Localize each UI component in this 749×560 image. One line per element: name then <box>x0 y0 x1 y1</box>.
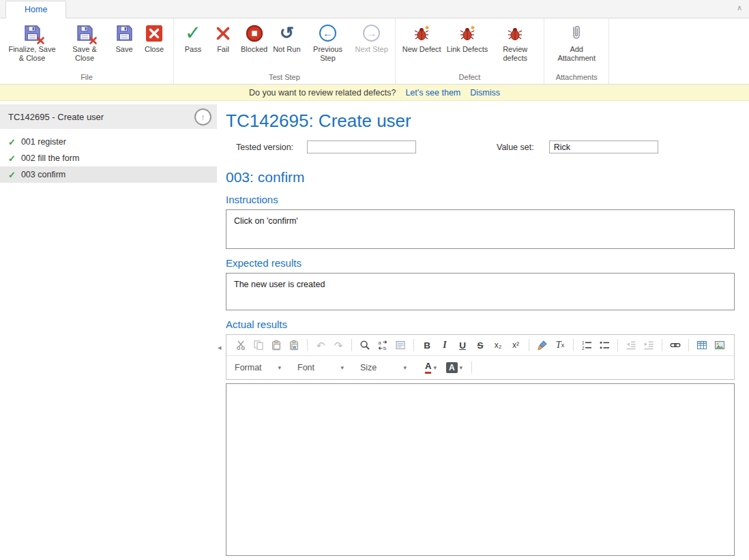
copy-icon[interactable] <box>250 338 267 353</box>
add-attachment-button[interactable]: Add Attachment <box>548 20 604 65</box>
save-close-button[interactable]: Save & Close <box>60 20 109 65</box>
increase-indent-icon[interactable] <box>641 338 657 353</box>
ribbon-group-defect-buttons: New Defect Link Defects Review defects <box>396 18 544 71</box>
blocked-button[interactable]: Blocked <box>238 20 270 56</box>
strikethrough-icon[interactable]: S <box>472 338 488 353</box>
format-dropdown[interactable]: Format ▾ <box>232 362 284 374</box>
expected-results-text: The new user is created <box>234 280 325 289</box>
bold-icon[interactable]: B <box>419 338 435 353</box>
remove-format-icon[interactable]: Tx <box>552 338 568 353</box>
redo-icon[interactable]: ↷ <box>330 338 347 353</box>
link-defects-button[interactable]: Link Defects <box>444 20 491 56</box>
link-icon[interactable] <box>667 338 684 353</box>
test-case-name: TC142695 - Create user <box>8 112 104 122</box>
decrease-indent-icon[interactable] <box>623 338 639 353</box>
pass-check-icon: ✓ <box>185 23 201 44</box>
ribbon: Finalize, Save & Close Save & Close Save <box>0 18 749 85</box>
not-run-icon: ↺ <box>280 23 294 44</box>
text-color-button[interactable]: A ▾ <box>425 362 437 373</box>
button-label: Review defects <box>493 45 537 63</box>
instructions-heading: Instructions <box>226 194 735 205</box>
notification-message: Do you want to review related defects? <box>249 88 396 98</box>
next-step-icon: → <box>363 23 380 44</box>
actual-results-editor: ◂ W ↶ ↷ ab B <box>226 334 735 556</box>
svg-text:W: W <box>293 345 297 349</box>
cut-icon[interactable] <box>233 338 249 353</box>
review-defects-button[interactable]: Review defects <box>490 20 540 65</box>
toolbar-separator <box>471 362 472 374</box>
text-color-icon: A <box>425 362 431 373</box>
button-label: Add Attachment <box>551 45 602 63</box>
previous-step-button[interactable]: ← Previous Step <box>304 20 353 65</box>
replace-icon[interactable]: ab <box>374 338 391 353</box>
copy-formatting-icon[interactable] <box>534 338 550 353</box>
tested-version-input[interactable] <box>307 141 416 153</box>
ribbon-tab-bar: Home ∧ <box>0 0 749 18</box>
bulleted-list-icon[interactable] <box>596 338 613 353</box>
finalize-save-close-button[interactable]: Finalize, Save & Close <box>4 20 60 65</box>
actual-results-input[interactable] <box>226 383 735 556</box>
value-set-input[interactable] <box>549 141 658 153</box>
save-button[interactable]: Save <box>109 20 139 56</box>
ribbon-group-file: Finalize, Save & Close Save & Close Save <box>0 18 174 84</box>
review-related-defects-link[interactable]: Let's see them <box>405 88 460 98</box>
paste-icon[interactable] <box>268 338 284 353</box>
button-label: Pass <box>185 45 201 54</box>
close-button[interactable]: Close <box>139 20 169 56</box>
step-item-003-confirm[interactable]: ✓ 003 confirm <box>0 166 217 183</box>
collapse-ribbon-icon[interactable]: ∧ <box>737 3 742 12</box>
actual-results-heading: Actual results <box>226 319 735 330</box>
font-dropdown[interactable]: Font ▾ <box>295 362 347 374</box>
notification-bar: Do you want to review related defects? L… <box>0 85 749 101</box>
numbered-list-icon[interactable]: 12 <box>578 338 595 353</box>
fail-button[interactable]: Fail <box>208 20 238 56</box>
select-all-icon[interactable] <box>392 338 409 353</box>
table-icon[interactable] <box>694 338 710 353</box>
background-color-button[interactable]: A ▾ <box>446 362 462 373</box>
step-item-001-register[interactable]: ✓ 001 register <box>0 134 217 150</box>
button-label: Finalize, Save & Close <box>7 45 57 63</box>
size-dropdown[interactable]: Size ▾ <box>357 362 409 374</box>
toolbar-separator <box>573 339 574 351</box>
underline-icon[interactable]: U <box>454 338 471 353</box>
toolbar-separator <box>351 339 352 351</box>
button-label: Close <box>145 45 164 54</box>
italic-icon[interactable]: I <box>437 338 453 353</box>
image-icon[interactable] <box>711 338 728 353</box>
pass-button[interactable]: ✓ Pass <box>178 20 208 56</box>
not-run-button[interactable]: ↺ Not Run <box>270 20 303 56</box>
toolbar-separator <box>662 339 662 351</box>
toolbar-separator <box>617 339 618 351</box>
undo-icon[interactable]: ↶ <box>312 338 329 353</box>
svg-text:a: a <box>379 340 382 346</box>
check-icon: ✓ <box>8 170 16 180</box>
close-icon <box>145 23 163 44</box>
dismiss-link[interactable]: Dismiss <box>470 88 500 98</box>
editor-toolbar-row-1: W ↶ ↷ ab B I U S x₂ x² <box>226 335 734 356</box>
test-runner-main: TC142695: Create user Tested version: Va… <box>217 101 749 559</box>
step-item-002-fill-the-form[interactable]: ✓ 002 fill the form <box>0 150 217 166</box>
link-defects-bug-icon <box>459 23 475 44</box>
collapse-panel-button[interactable]: ↑ <box>194 108 211 126</box>
svg-text:2: 2 <box>582 346 585 351</box>
chevron-down-icon: ▾ <box>340 364 344 371</box>
tab-home-label: Home <box>25 5 47 14</box>
instructions-box: Click on 'confirm' <box>226 209 735 249</box>
step-label: 003 confirm <box>21 170 65 179</box>
editor-toolbar-row-2: Format ▾ Font ▾ Size ▾ A <box>226 356 734 379</box>
red-x-badge-icon <box>89 36 98 45</box>
toolbar-scroll-left-icon[interactable]: ◂ <box>218 343 222 352</box>
search-icon[interactable] <box>357 338 373 353</box>
button-label: Link Defects <box>447 45 488 54</box>
step-label: 001 register <box>21 137 66 147</box>
font-dropdown-label: Font <box>297 363 314 372</box>
check-icon: ✓ <box>8 153 16 164</box>
new-defect-button[interactable]: New Defect <box>400 20 444 56</box>
subscript-icon[interactable]: x₂ <box>490 338 506 353</box>
tab-home[interactable]: Home <box>5 1 66 18</box>
toolbar-separator <box>307 339 308 351</box>
button-label: New Defect <box>402 45 441 54</box>
toolbar-separator <box>529 339 529 351</box>
paste-from-word-icon[interactable]: W <box>286 338 302 353</box>
superscript-icon[interactable]: x² <box>508 338 524 353</box>
